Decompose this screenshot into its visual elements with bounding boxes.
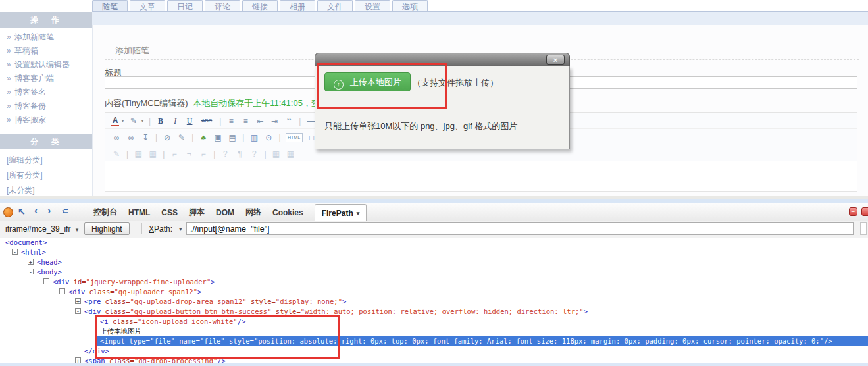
editor-content-area[interactable] (105, 161, 857, 192)
embed-icon[interactable]: ⊙ (263, 130, 274, 145)
format-brush-icon[interactable]: ✎ (176, 130, 187, 145)
edit-icon[interactable]: ✎ (111, 146, 122, 162)
tree-node[interactable]: -<html> (0, 248, 868, 257)
table-icon[interactable]: ▦ (133, 146, 143, 162)
table-props-icon[interactable]: ▦ (147, 146, 158, 162)
anchor-icon[interactable]: ↧ (140, 130, 151, 145)
delete-table-icon[interactable]: ▦ (286, 146, 296, 162)
sidebar-section-categories: 分 类 (0, 134, 92, 149)
sidebar-link[interactable]: » 添加新随笔 (7, 33, 91, 41)
main-tab[interactable]: 日记 (167, 0, 203, 11)
sidebar-link[interactable]: [所有分类] (7, 171, 91, 180)
sidebar-link[interactable]: » 设置默认编辑器 (7, 61, 91, 69)
main-tab[interactable]: 链接 (242, 0, 278, 11)
main-tab[interactable]: 文件 (317, 0, 353, 11)
main-tab[interactable]: 评论 (205, 0, 240, 11)
highlight-button[interactable]: Highlight (84, 222, 130, 235)
main-tab[interactable]: 相册 (280, 0, 315, 11)
sidebar-link[interactable]: » 草稿箱 (7, 47, 91, 55)
row-above-icon[interactable]: ⌐ (169, 146, 180, 162)
insert-table-icon[interactable]: ▦ (271, 146, 282, 162)
main-tab[interactable]: 设置 (355, 0, 390, 11)
italic-icon[interactable]: I (170, 113, 180, 129)
firebug-tab[interactable]: 控制台 (93, 207, 117, 218)
main-tab[interactable]: 文章 (130, 0, 165, 11)
expander-icon[interactable]: + (75, 298, 81, 304)
sidebar-link[interactable]: » 博客签名 (7, 88, 91, 97)
tree-node[interactable]: -<div id="jquery-wrapped-fine-uploader"> (0, 277, 868, 287)
highlight-color-icon[interactable]: ✎ (128, 113, 139, 129)
tree-node[interactable]: <document> (0, 238, 868, 248)
paste-word-icon[interactable]: ▥ (249, 130, 259, 145)
main-tab[interactable]: 随笔 (92, 0, 128, 11)
tree-node[interactable]: -<div class="qq-upload-button btn btn-su… (0, 307, 868, 317)
tab-firepath[interactable]: FirePath ▾ (315, 204, 367, 221)
tree-node[interactable]: +<pre class="qq-upload-drop-area span12"… (0, 297, 868, 307)
firebug-tab[interactable]: HTML (128, 208, 150, 217)
bold-icon[interactable]: B (155, 113, 166, 129)
expander-icon[interactable]: - (28, 269, 34, 274)
eraser-icon[interactable]: ⊘ (162, 130, 172, 145)
expander-icon[interactable]: + (75, 357, 81, 363)
firebug-tab[interactable]: 脚本 (189, 207, 205, 218)
cell-props-icon[interactable]: ? (249, 146, 259, 162)
close-panel-button[interactable] (861, 207, 868, 216)
expander-icon[interactable]: - (59, 288, 65, 294)
forward-icon[interactable]: › (47, 205, 51, 217)
tree-node[interactable]: </div> (0, 346, 868, 356)
tree-node[interactable]: +<head> (0, 257, 868, 267)
tree-node-selected[interactable]: <input type="file" name="file" style="po… (0, 336, 868, 346)
insert-image-icon[interactable]: ▣ (213, 130, 223, 145)
panel-list-icon[interactable]: ›≡ (62, 206, 67, 216)
tree-node[interactable]: -<div class="qq-uploader span12"> (0, 287, 868, 297)
firebug-tab[interactable]: Cookies (272, 208, 303, 217)
expander-icon[interactable]: - (75, 308, 81, 314)
font-color-icon[interactable]: A (111, 116, 119, 126)
main-tab[interactable]: 选项 (392, 0, 428, 11)
dialog-titlebar[interactable]: × (315, 53, 570, 66)
merge-cell-icon[interactable]: ¶ (234, 146, 245, 162)
indent-icon[interactable]: ⇥ (269, 113, 280, 129)
caret-down-icon[interactable]: ▾ (179, 226, 182, 232)
tree-node[interactable]: +<span class="qq-drop-processing"/> (0, 356, 868, 363)
delete-row-icon[interactable]: ⌐ (198, 146, 209, 162)
firebug-tab[interactable]: DOM (216, 208, 234, 217)
back-icon[interactable]: ‹ (34, 205, 38, 217)
unlink-icon[interactable]: ∞ (126, 130, 136, 145)
html-source-icon[interactable]: HTML (286, 133, 303, 142)
caret-down-icon[interactable]: ▾ (140, 113, 145, 129)
minimize-button[interactable]: − (849, 207, 857, 216)
expander-icon[interactable]: + (28, 259, 34, 265)
link-icon[interactable]: ∞ (111, 130, 122, 145)
tree-node[interactable]: 上传本地图片 (0, 327, 868, 336)
sidebar-link[interactable]: » 博客客户端 (7, 74, 91, 83)
bullet-list-icon[interactable]: ≡ (226, 113, 236, 129)
insert-plant-image-icon[interactable]: ♣ (198, 130, 209, 145)
outdent-icon[interactable]: ⇤ (255, 113, 265, 129)
sidebar-link[interactable]: » 博客备份 (7, 102, 91, 111)
inspect-element-icon[interactable]: ↖ (18, 206, 26, 217)
tree-node[interactable]: -<body> (0, 267, 868, 277)
autosave-status[interactable]: 本地自动保存于上午11:41:05，查看 (193, 98, 328, 108)
xpath-input[interactable] (186, 222, 854, 235)
firebug-tab[interactable]: 网络 (245, 207, 261, 218)
insert-media-icon[interactable]: ▤ (227, 130, 238, 145)
frame-selector-dropdown[interactable]: iframe#mce_39_ifr ▾ (5, 224, 78, 234)
sidebar-link[interactable]: [编辑分类] (7, 156, 91, 165)
strikethrough-icon[interactable]: ABC (199, 113, 215, 129)
numbered-list-icon[interactable]: ≡ (240, 113, 251, 129)
row-below-icon[interactable]: ¬ (184, 146, 194, 162)
sidebar-link[interactable]: [未分类] (7, 186, 91, 195)
underline-icon[interactable]: U (184, 113, 195, 129)
upload-local-image-button[interactable]: ↑ 上传本地图片 (324, 72, 411, 92)
blockquote-icon[interactable]: “ (284, 113, 294, 129)
split-cell-icon[interactable]: ? (220, 146, 230, 162)
firebug-icon[interactable] (3, 207, 13, 217)
firebug-tab[interactable]: CSS (161, 208, 178, 217)
tree-node[interactable]: <i class="icon-upload icon-white"/> (0, 317, 868, 327)
caret-down-icon[interactable]: ▾ (120, 113, 125, 129)
expander-icon[interactable]: - (43, 278, 49, 284)
sidebar-link[interactable]: » 博客搬家 (7, 116, 91, 124)
expander-icon[interactable]: - (12, 249, 18, 255)
close-button[interactable]: × (546, 55, 565, 65)
